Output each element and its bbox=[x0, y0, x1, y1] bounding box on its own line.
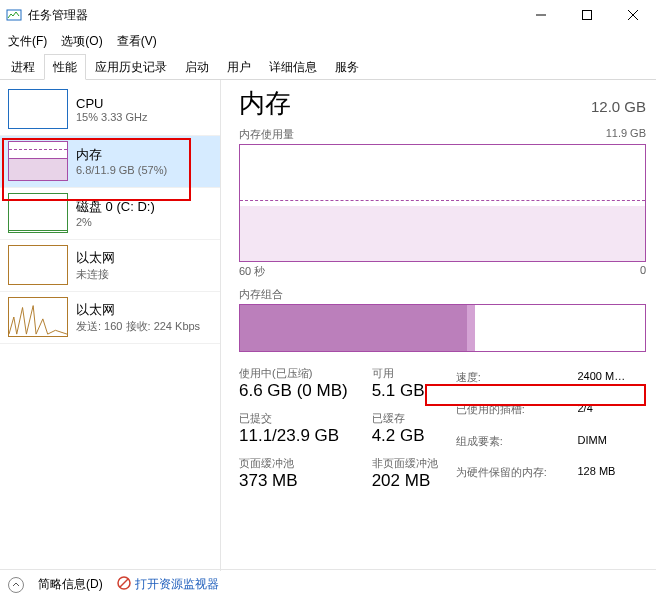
menu-file[interactable]: 文件(F) bbox=[8, 33, 47, 50]
stat-available: 5.1 GB bbox=[372, 381, 438, 401]
stat-label: 已缓存 bbox=[372, 411, 438, 426]
sidebar-sub: 发送: 160 接收: 224 Kbps bbox=[76, 319, 200, 334]
chart-x-right: 0 bbox=[640, 264, 646, 279]
stat-label: 非页面缓冲池 bbox=[372, 456, 438, 471]
resource-monitor-link[interactable]: 打开资源监视器 bbox=[117, 576, 219, 593]
window-controls bbox=[518, 0, 656, 30]
resource-monitor-label: 打开资源监视器 bbox=[135, 576, 219, 593]
window-title: 任务管理器 bbox=[28, 7, 518, 24]
chart-x-left: 60 秒 bbox=[239, 264, 265, 279]
stats-right: 速度: 2400 M… 已使用的插槽: 2/4 组成要素: DIMM 为硬件保留… bbox=[456, 366, 646, 491]
stat-label: 已提交 bbox=[239, 411, 348, 426]
memory-total: 12.0 GB bbox=[591, 98, 646, 115]
footer: 简略信息(D) 打开资源监视器 bbox=[0, 569, 656, 599]
ethernet-thumb bbox=[8, 245, 68, 285]
memory-thumb bbox=[8, 141, 68, 181]
sidebar-label: 磁盘 0 (C: D:) bbox=[76, 198, 155, 216]
menu-options[interactable]: 选项(O) bbox=[61, 33, 102, 50]
tab-performance[interactable]: 性能 bbox=[44, 54, 86, 80]
composition-label: 内存组合 bbox=[239, 287, 646, 302]
sidebar-item-memory[interactable]: 内存 6.8/11.9 GB (57%) bbox=[0, 136, 220, 188]
ethernet-thumb bbox=[8, 297, 68, 337]
svg-line-6 bbox=[120, 579, 128, 587]
form-value: DIMM bbox=[578, 434, 647, 460]
stat-label: 可用 bbox=[372, 366, 438, 381]
main-panel: 内存 12.0 GB 内存使用量 11.9 GB 60 秒 0 内存组合 使用中… bbox=[221, 80, 656, 571]
sidebar-item-cpu[interactable]: CPU 15% 3.33 GHz bbox=[0, 84, 220, 136]
menu-view[interactable]: 查看(V) bbox=[117, 33, 157, 50]
chart-label-left: 内存使用量 bbox=[239, 127, 294, 142]
stat-label: 使用中(已压缩) bbox=[239, 366, 348, 381]
stat-paged: 373 MB bbox=[239, 471, 348, 491]
hwreserved-value: 128 MB bbox=[578, 465, 647, 491]
chart-label-right: 11.9 GB bbox=[606, 127, 646, 142]
tab-services[interactable]: 服务 bbox=[326, 54, 368, 79]
maximize-button[interactable] bbox=[564, 0, 610, 30]
stat-committed: 11.1/23.9 GB bbox=[239, 426, 348, 446]
tab-users[interactable]: 用户 bbox=[218, 54, 260, 79]
chevron-up-icon[interactable] bbox=[8, 577, 24, 593]
sidebar-label: CPU bbox=[76, 96, 148, 111]
hwreserved-label: 为硬件保留的内存: bbox=[456, 465, 568, 491]
form-label: 组成要素: bbox=[456, 434, 568, 460]
sidebar-label: 内存 bbox=[76, 146, 167, 164]
slots-value: 2/4 bbox=[578, 402, 647, 428]
sidebar-label: 以太网 bbox=[76, 301, 200, 319]
sidebar-sub: 15% 3.33 GHz bbox=[76, 111, 148, 123]
sidebar-item-ethernet-1[interactable]: 以太网 未连接 bbox=[0, 240, 220, 292]
content: CPU 15% 3.33 GHz 内存 6.8/11.9 GB (57%) 磁盘… bbox=[0, 80, 656, 571]
sidebar-label: 以太网 bbox=[76, 249, 115, 267]
sidebar-sub: 2% bbox=[76, 216, 155, 228]
page-title: 内存 bbox=[239, 86, 291, 121]
sidebar-sub: 6.8/11.9 GB (57%) bbox=[76, 164, 167, 176]
speed-label: 速度: bbox=[456, 370, 568, 396]
stat-label: 页面缓冲池 bbox=[239, 456, 348, 471]
fewer-details-link[interactable]: 简略信息(D) bbox=[38, 576, 103, 593]
slots-label: 已使用的插槽: bbox=[456, 402, 568, 428]
menubar: 文件(F) 选项(O) 查看(V) bbox=[0, 30, 656, 52]
disk-thumb bbox=[8, 193, 68, 233]
speed-value: 2400 M… bbox=[578, 370, 647, 396]
tab-app-history[interactable]: 应用历史记录 bbox=[86, 54, 176, 79]
memory-usage-chart[interactable] bbox=[239, 144, 646, 262]
resource-monitor-icon bbox=[117, 576, 131, 593]
tab-details[interactable]: 详细信息 bbox=[260, 54, 326, 79]
tabbar: 进程 性能 应用历史记录 启动 用户 详细信息 服务 bbox=[0, 54, 656, 80]
stat-cached: 4.2 GB bbox=[372, 426, 438, 446]
stat-nonpaged: 202 MB bbox=[372, 471, 438, 491]
tab-startup[interactable]: 启动 bbox=[176, 54, 218, 79]
svg-rect-2 bbox=[583, 11, 592, 20]
stat-in-use: 6.6 GB (0 MB) bbox=[239, 381, 348, 401]
sidebar-item-ethernet-2[interactable]: 以太网 发送: 160 接收: 224 Kbps bbox=[0, 292, 220, 344]
sidebar-item-disk[interactable]: 磁盘 0 (C: D:) 2% bbox=[0, 188, 220, 240]
minimize-button[interactable] bbox=[518, 0, 564, 30]
sidebar: CPU 15% 3.33 GHz 内存 6.8/11.9 GB (57%) 磁盘… bbox=[0, 80, 221, 571]
app-icon bbox=[6, 7, 22, 23]
titlebar: 任务管理器 bbox=[0, 0, 656, 30]
memory-composition-chart[interactable] bbox=[239, 304, 646, 352]
sidebar-sub: 未连接 bbox=[76, 267, 115, 282]
tab-processes[interactable]: 进程 bbox=[2, 54, 44, 79]
close-button[interactable] bbox=[610, 0, 656, 30]
cpu-thumb bbox=[8, 89, 68, 129]
stats-left: 使用中(已压缩) 6.6 GB (0 MB) 可用 5.1 GB 已提交 11.… bbox=[239, 366, 438, 491]
